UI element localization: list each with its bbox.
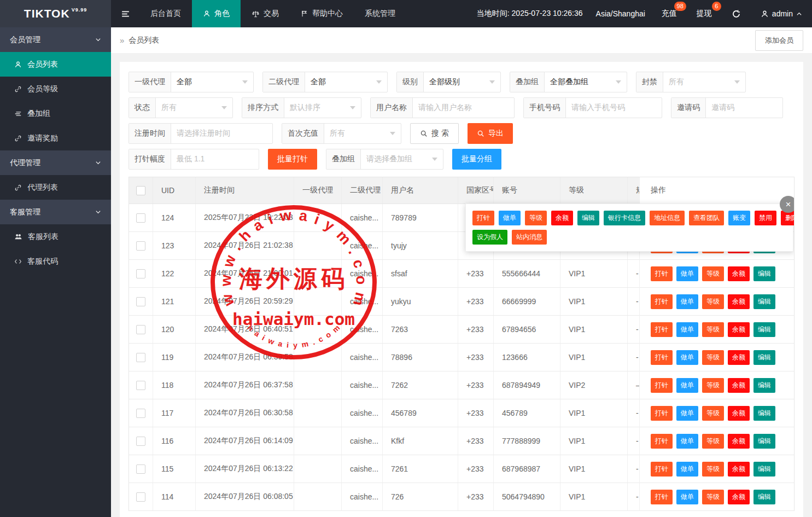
row-checkbox[interactable] [136, 437, 145, 446]
filter-select[interactable]: 级别全部级别 [396, 72, 501, 92]
row-action-button[interactable]: 等级 [702, 266, 724, 281]
row-action-button[interactable]: 等级 [702, 490, 724, 504]
row-action-button[interactable]: 编辑 [753, 350, 775, 365]
popup-action-button[interactable]: 打针 [472, 211, 494, 225]
row-checkbox[interactable] [136, 409, 145, 418]
row-checkbox[interactable] [136, 325, 145, 334]
row-action-button[interactable]: 编辑 [753, 462, 775, 477]
row-action-button[interactable]: 等级 [702, 322, 724, 337]
menu-toggle-icon[interactable] [111, 0, 139, 27]
popup-action-button[interactable]: 银行卡信息 [604, 211, 645, 225]
row-action-button[interactable]: 等级 [702, 406, 724, 421]
sidebar-item[interactable]: 会员等级 [0, 77, 111, 101]
topbar-nav-item[interactable]: 交易 [241, 0, 290, 27]
refresh-icon[interactable] [722, 0, 751, 27]
topbar-nav-item[interactable]: 角色 [192, 0, 241, 27]
row-checkbox[interactable] [136, 213, 145, 223]
row-action-button[interactable]: 余额 [728, 490, 750, 504]
popup-action-button[interactable]: 余额 [551, 211, 573, 225]
filter-select[interactable]: 二级代理全部 [262, 72, 388, 92]
sidebar-item[interactable]: 客服代码 [0, 249, 111, 274]
row-action-button[interactable]: 做单 [676, 350, 698, 365]
sidebar-group-header[interactable]: 客服管理 [0, 200, 111, 224]
sidebar-item[interactable]: 代理列表 [0, 175, 111, 200]
row-action-button[interactable]: 做单 [676, 434, 698, 449]
sidebar-item[interactable]: 邀请奖励 [0, 126, 111, 150]
row-action-button[interactable]: 余额 [728, 266, 750, 281]
filter-select[interactable]: 一级代理全部 [128, 72, 254, 92]
row-checkbox[interactable] [136, 381, 145, 390]
sidebar-item[interactable]: 客服列表 [0, 224, 111, 249]
row-action-button[interactable]: 余额 [728, 434, 750, 449]
filter-select[interactable]: 首次充值所有 [282, 123, 401, 144]
row-action-button[interactable]: 打针 [651, 350, 673, 365]
popup-action-button[interactable]: 删除 [781, 211, 795, 225]
popup-action-button[interactable]: 查看团队 [689, 211, 724, 225]
row-action-button[interactable]: 打针 [651, 294, 673, 309]
add-member-button[interactable]: 添加会员 [755, 30, 803, 51]
row-checkbox[interactable] [136, 241, 145, 251]
row-action-button[interactable]: 打针 [651, 406, 673, 421]
row-action-button[interactable]: 打针 [651, 378, 673, 393]
row-checkbox[interactable] [136, 297, 145, 306]
filter-input[interactable]: 打针幅度最低 1.1 [128, 149, 259, 170]
batch-inject-button[interactable]: 批量打针 [268, 149, 317, 170]
topbar-nav-item[interactable]: 系统管理 [354, 0, 406, 27]
row-action-button[interactable]: 编辑 [753, 266, 775, 281]
row-action-button[interactable]: 等级 [702, 294, 724, 309]
popup-action-button[interactable]: 等级 [525, 211, 547, 225]
select-all-checkbox[interactable] [136, 186, 145, 195]
popup-action-button[interactable]: 地址信息 [650, 211, 685, 225]
row-action-button[interactable]: 打针 [651, 266, 673, 281]
row-action-button[interactable]: 打针 [651, 490, 673, 504]
sidebar-group-header[interactable]: 代理管理 [0, 150, 111, 175]
row-checkbox[interactable] [136, 353, 145, 362]
row-action-button[interactable]: 做单 [676, 294, 698, 309]
filter-input[interactable]: 邀请码邀请码 [671, 97, 783, 118]
row-checkbox[interactable] [136, 492, 145, 502]
topbar-nav-item[interactable]: 后台首页 [139, 0, 192, 27]
filter-select[interactable]: 状态所有 [128, 97, 233, 118]
row-action-button[interactable]: 余额 [728, 462, 750, 477]
row-action-button[interactable]: 编辑 [753, 294, 775, 309]
export-button[interactable]: 导出 [468, 123, 513, 144]
row-action-button[interactable]: 做单 [676, 266, 698, 281]
row-action-button[interactable]: 编辑 [753, 490, 775, 504]
row-action-button[interactable]: 做单 [676, 406, 698, 421]
filter-input[interactable]: 手机号码请输入手机号码 [523, 97, 662, 118]
popup-action-button[interactable]: 做单 [499, 211, 521, 225]
row-action-button[interactable]: 做单 [676, 462, 698, 477]
row-checkbox[interactable] [136, 269, 145, 278]
batch-group-button[interactable]: 批量分组 [452, 149, 501, 170]
topbar-nav-item[interactable]: 帮助中心 [290, 0, 354, 27]
filter-input[interactable]: 用户名称请输入用户名称 [370, 97, 515, 118]
popup-action-button[interactable]: 站内消息 [512, 230, 547, 245]
row-action-button[interactable]: 做单 [676, 322, 698, 337]
recharge-menu-item[interactable]: 充值 98 [652, 0, 687, 27]
filter-select[interactable]: 叠加组全部叠加组 [510, 72, 627, 92]
row-action-button[interactable]: 编辑 [753, 434, 775, 449]
popup-action-button[interactable]: 账变 [728, 211, 750, 225]
filter-select[interactable]: 叠加组请选择叠加组 [326, 149, 443, 170]
row-action-button[interactable]: 余额 [728, 322, 750, 337]
row-action-button[interactable]: 余额 [728, 294, 750, 309]
row-action-button[interactable]: 余额 [728, 378, 750, 393]
sidebar-item[interactable]: 会员列表 [0, 52, 111, 77]
row-action-button[interactable]: 做单 [676, 378, 698, 393]
popup-action-button[interactable]: 禁用 [755, 211, 776, 225]
search-button[interactable]: 搜 索 [410, 123, 459, 144]
filter-select[interactable]: 封禁所有 [636, 72, 746, 92]
row-action-button[interactable]: 打针 [651, 322, 673, 337]
row-action-button[interactable]: 编辑 [753, 322, 775, 337]
row-action-button[interactable]: 等级 [702, 462, 724, 477]
admin-menu-item[interactable]: admin [751, 0, 812, 27]
row-checkbox[interactable] [136, 464, 145, 474]
row-action-button[interactable]: 等级 [702, 434, 724, 449]
row-action-button[interactable]: 打针 [651, 462, 673, 477]
row-action-button[interactable]: 余额 [728, 350, 750, 365]
popup-action-button[interactable]: 设为假人 [472, 230, 507, 245]
filter-input[interactable]: 注册时间请选择注册时间 [128, 123, 273, 144]
row-action-button[interactable]: 编辑 [753, 406, 775, 421]
row-action-button[interactable]: 等级 [702, 378, 724, 393]
sidebar-group-header[interactable]: 会员管理 [0, 27, 111, 52]
